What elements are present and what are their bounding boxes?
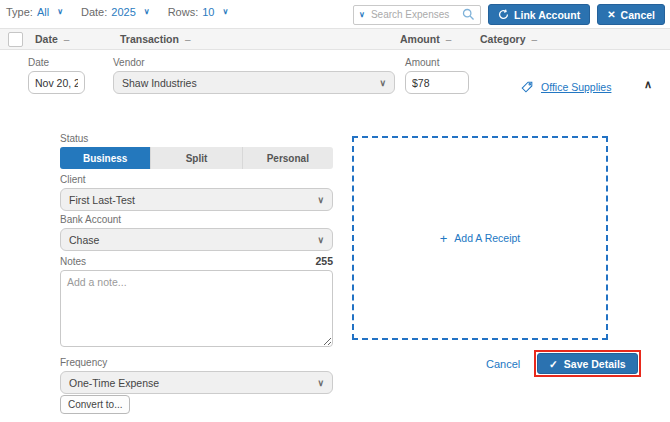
frequency-label: Frequency <box>60 357 333 368</box>
search-icon[interactable] <box>462 8 475 21</box>
chevron-down-icon: ∨ <box>222 8 228 16</box>
date-field-group: Date <box>28 57 85 94</box>
sort-icon: – <box>446 34 452 45</box>
close-icon: ✕ <box>607 10 615 20</box>
status-label: Status <box>60 133 333 144</box>
bank-account-select-value: Chase <box>69 234 99 246</box>
client-select-value: First Last-Test <box>69 194 135 206</box>
category-link[interactable]: Office Supplies <box>541 81 611 93</box>
collapse-chevron-up-icon[interactable]: ∧ <box>644 78 652 91</box>
frequency-select-value: One-Time Expense <box>69 377 159 389</box>
status-segmented-control: Business Split Personal <box>60 147 333 169</box>
column-label: Transaction <box>120 33 179 45</box>
chevron-down-icon: ∨ <box>57 8 63 16</box>
status-option-personal[interactable]: Personal <box>243 147 333 169</box>
status-group: Status Business Split Personal <box>60 133 333 169</box>
tag-icon <box>520 80 534 94</box>
sort-icon: – <box>64 34 70 45</box>
form-cancel-link[interactable]: Cancel <box>486 358 520 370</box>
bank-account-group: Bank Account Chase ∨ <box>60 214 333 251</box>
add-receipt-link[interactable]: + Add A Receipt <box>440 232 521 245</box>
status-option-split[interactable]: Split <box>151 147 242 169</box>
client-group: Client First Last-Test ∨ <box>60 174 333 211</box>
column-label: Category <box>480 33 526 45</box>
column-header-transaction[interactable]: Transaction– <box>120 29 191 49</box>
date-filter[interactable]: Date: 2025 ∨ <box>81 6 150 18</box>
frequency-select[interactable]: One-Time Expense ∨ <box>60 371 333 394</box>
rows-filter-label: Rows: <box>168 6 199 18</box>
chevron-down-icon: ∨ <box>144 8 150 16</box>
filter-bar: Type: All ∨ Date: 2025 ∨ Rows: 10 ∨ <box>6 6 228 18</box>
type-filter[interactable]: Type: All ∨ <box>6 6 63 18</box>
table-header: Date– Transaction– Amount– Category– <box>0 28 670 50</box>
frequency-group: Frequency One-Time Expense ∨ <box>60 357 333 394</box>
link-account-label: Link Account <box>514 9 580 21</box>
amount-field[interactable] <box>405 71 469 94</box>
receipt-dropzone[interactable]: + Add A Receipt <box>352 136 608 340</box>
type-filter-label: Type: <box>6 6 33 18</box>
date-filter-value: 2025 <box>111 6 135 18</box>
plus-icon: + <box>440 232 448 245</box>
select-all-checkbox[interactable] <box>8 32 23 47</box>
notes-char-counter: 255 <box>315 255 333 267</box>
column-header-amount[interactable]: Amount– <box>400 29 451 49</box>
toolbar-actions: ∨ Link Account ✕ Cancel <box>353 4 665 25</box>
date-filter-label: Date: <box>81 6 107 18</box>
check-icon: ✓ <box>549 358 558 370</box>
chevron-down-icon: ∨ <box>317 235 324 245</box>
convert-group: Convert to... <box>60 394 130 414</box>
annotation-highlight-box: ✓ Save Details <box>534 350 641 377</box>
sort-icon: – <box>532 34 538 45</box>
sync-icon <box>498 9 509 20</box>
expense-editor-screen: Type: All ∨ Date: 2025 ∨ Rows: 10 ∨ ∨ <box>0 0 670 422</box>
category-link-group[interactable]: Office Supplies <box>520 80 611 94</box>
vendor-field-label: Vendor <box>113 57 395 68</box>
date-field[interactable] <box>28 71 85 94</box>
column-header-category[interactable]: Category– <box>480 29 537 49</box>
vendor-select-value: Shaw Industries <box>122 77 197 89</box>
vendor-field-group: Vendor Shaw Industries ∨ <box>113 57 395 94</box>
date-field-label: Date <box>28 57 85 68</box>
status-option-business[interactable]: Business <box>60 147 151 169</box>
save-details-label: Save Details <box>564 358 626 370</box>
type-filter-value: All <box>37 6 49 18</box>
sort-icon: – <box>185 34 191 45</box>
search-box[interactable]: ∨ <box>353 5 481 25</box>
notes-group: Notes 255 <box>60 255 333 351</box>
chevron-down-icon[interactable]: ∨ <box>359 11 365 19</box>
search-input[interactable] <box>369 8 458 21</box>
client-select[interactable]: First Last-Test ∨ <box>60 188 333 211</box>
amount-field-label: Amount <box>405 57 469 68</box>
column-label: Date <box>35 33 58 45</box>
cancel-label: Cancel <box>621 9 655 21</box>
bank-account-select[interactable]: Chase ∨ <box>60 228 333 251</box>
chevron-down-icon: ∨ <box>317 378 324 388</box>
column-label: Amount <box>400 33 440 45</box>
notes-textarea[interactable] <box>60 270 333 347</box>
add-receipt-label: Add A Receipt <box>454 232 520 244</box>
rows-filter[interactable]: Rows: 10 ∨ <box>168 6 229 18</box>
column-header-date[interactable]: Date– <box>35 29 69 49</box>
vendor-select[interactable]: Shaw Industries ∨ <box>113 71 395 94</box>
chevron-down-icon: ∨ <box>379 78 386 88</box>
chevron-down-icon: ∨ <box>317 195 324 205</box>
save-details-button[interactable]: ✓ Save Details <box>537 353 638 374</box>
amount-field-group: Amount <box>405 57 469 94</box>
client-label: Client <box>60 174 333 185</box>
convert-to-button[interactable]: Convert to... <box>60 395 130 414</box>
cancel-button[interactable]: ✕ Cancel <box>597 4 665 25</box>
bank-account-label: Bank Account <box>60 214 333 225</box>
notes-header: Notes 255 <box>60 255 333 267</box>
link-account-button[interactable]: Link Account <box>488 4 590 25</box>
notes-label: Notes <box>60 256 86 267</box>
rows-filter-value: 10 <box>202 6 214 18</box>
